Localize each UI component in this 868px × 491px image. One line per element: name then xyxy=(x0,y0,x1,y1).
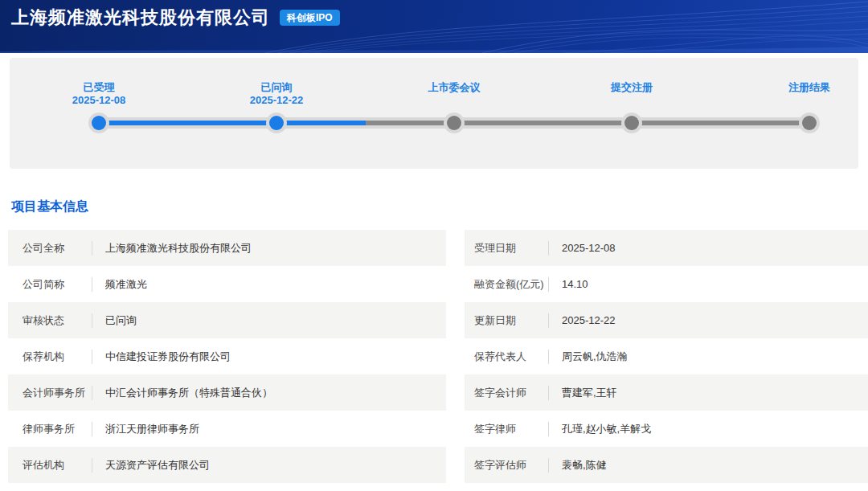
stage-date: 2025-12-08 xyxy=(39,94,159,107)
row-value: 裴畅,陈健 xyxy=(549,458,607,473)
table-row: 签字律师 孔瑾,赵小敏,羊解戈 xyxy=(465,411,868,447)
row-label: 公司简称 xyxy=(8,277,92,292)
stage-name: 上市委会议 xyxy=(394,81,514,94)
row-value: 天源资产评估有限公司 xyxy=(92,458,210,473)
row-value: 14.10 xyxy=(549,278,588,290)
timeline-dot-registration-result xyxy=(802,116,817,130)
timeline-stage-listing-committee: 上市委会议 xyxy=(394,81,514,94)
row-label: 律师事务所 xyxy=(8,422,92,436)
timeline-stage-accepted: 已受理 2025-12-08 xyxy=(39,81,159,107)
table-row: 保荐代表人 周云帆,仇浩瀚 xyxy=(465,338,868,374)
row-label: 审核状态 xyxy=(8,313,92,328)
timeline-dot-registration-submitted xyxy=(624,116,639,130)
table-row: 审核状态 已问询 xyxy=(8,302,446,338)
timeline-dot-listing-committee xyxy=(447,116,461,130)
basic-info-tables: 公司全称 上海频准激光科技股份有限公司 公司简称 频准激光 审核状态 已问询 保… xyxy=(8,230,868,483)
row-value: 2025-12-22 xyxy=(549,314,616,326)
table-row: 公司简称 频准激光 xyxy=(8,266,446,302)
row-label: 更新日期 xyxy=(465,313,548,328)
row-label: 签字评估师 xyxy=(465,458,548,473)
table-row: 保荐机构 中信建投证券股份有限公司 xyxy=(8,338,446,374)
row-value: 已问询 xyxy=(92,313,137,328)
row-label: 评估机构 xyxy=(8,458,92,473)
row-value: 孔瑾,赵小敏,羊解戈 xyxy=(549,422,651,436)
row-value: 浙江天册律师事务所 xyxy=(92,422,199,436)
stage-name: 注册结果 xyxy=(749,81,868,94)
row-value: 周云帆,仇浩瀚 xyxy=(549,350,628,364)
table-row: 评估机构 天源资产评估有限公司 xyxy=(8,447,446,483)
table-row: 受理日期 2025-12-08 xyxy=(465,230,868,266)
row-label: 公司全称 xyxy=(8,241,92,256)
page-title: 上海频准激光科技股份有限公司 xyxy=(11,6,270,30)
table-row: 签字评估师 裴畅,陈健 xyxy=(465,447,868,483)
row-value: 中汇会计师事务所（特殊普通合伙） xyxy=(92,386,272,400)
timeline-stage-registration-submitted: 提交注册 xyxy=(571,81,692,94)
row-label: 保荐机构 xyxy=(8,350,92,364)
timeline-track-progress xyxy=(99,121,366,125)
timeline-stage-registration-result: 注册结果 xyxy=(749,81,868,94)
basic-info-table-right: 受理日期 2025-12-08 融资金额(亿元) 14.10 更新日期 2025… xyxy=(465,230,868,483)
timeline-dot-accepted xyxy=(92,116,106,130)
row-value: 中信建投证券股份有限公司 xyxy=(92,350,231,364)
ipo-progress-timeline: 已受理 2025-12-08 已问询 2025-12-22 上市委会议 提交注册… xyxy=(10,58,858,169)
table-row: 会计师事务所 中汇会计师事务所（特殊普通合伙） xyxy=(8,374,446,411)
table-row: 融资金额(亿元) 14.10 xyxy=(465,266,868,302)
row-value: 频准激光 xyxy=(92,277,147,292)
row-value: 上海频准激光科技股份有限公司 xyxy=(92,241,252,256)
ipo-board-badge: 科创板IPO xyxy=(280,10,340,26)
table-row: 律师事务所 浙江天册律师事务所 xyxy=(8,411,446,447)
basic-info-table-left: 公司全称 上海频准激光科技股份有限公司 公司简称 频准激光 审核状态 已问询 保… xyxy=(8,230,446,483)
table-row: 签字会计师 曹建军,王轩 xyxy=(465,374,868,411)
row-label: 签字律师 xyxy=(465,422,548,436)
row-value: 曹建军,王轩 xyxy=(549,386,617,400)
stage-name: 已受理 xyxy=(39,81,159,94)
stage-name: 已问询 xyxy=(216,81,337,94)
row-label: 保荐代表人 xyxy=(465,350,548,364)
table-row: 公司全称 上海频准激光科技股份有限公司 xyxy=(8,230,446,266)
page-header: 上海频准激光科技股份有限公司 科创板IPO xyxy=(0,0,868,53)
table-row: 更新日期 2025-12-22 xyxy=(465,302,868,338)
row-label: 签字会计师 xyxy=(465,386,548,400)
row-value: 2025-12-08 xyxy=(549,242,616,254)
row-label: 会计师事务所 xyxy=(8,386,92,400)
timeline-stage-inquired: 已问询 2025-12-22 xyxy=(216,81,337,107)
stage-date: 2025-12-22 xyxy=(216,94,337,107)
row-label: 融资金额(亿元) xyxy=(465,277,548,292)
timeline-dot-inquired xyxy=(269,116,284,130)
row-label: 受理日期 xyxy=(465,241,548,256)
section-title-basic-info: 项目基本信息 xyxy=(11,198,868,215)
stage-name: 提交注册 xyxy=(571,81,692,94)
